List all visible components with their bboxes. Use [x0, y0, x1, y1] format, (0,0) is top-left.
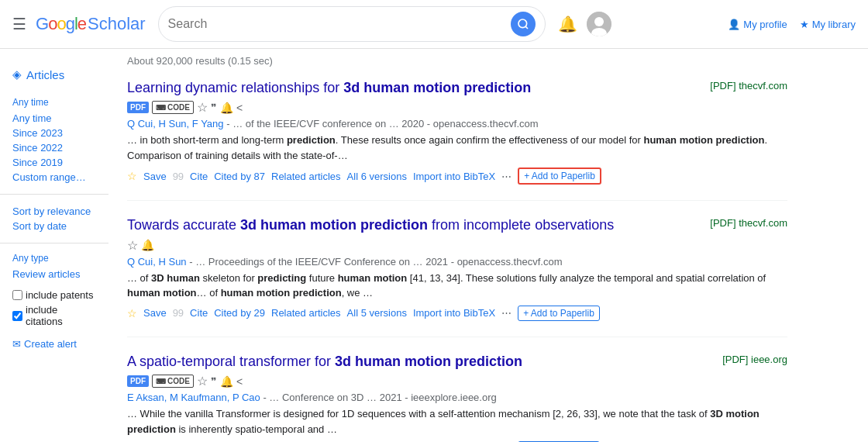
include-citations-checkbox[interactable]: include citations	[12, 302, 96, 329]
result-badges-3: PDF ⌨ CODE ☆ ❞ 🔔 <	[127, 374, 704, 388]
result-badges-2: ☆ 🔔	[127, 238, 691, 253]
author-link[interactable]: P Cao	[232, 392, 260, 403]
time-section-label: Any time	[12, 97, 96, 108]
bibtex-link-2[interactable]: Import into BibTeX	[413, 307, 495, 319]
sidebar-item-anytime[interactable]: Any time	[12, 111, 96, 126]
menu-icon[interactable]: ☰	[12, 15, 26, 33]
sidebar-sort-section: Sort by relevance Sort by date	[0, 204, 108, 233]
save-link-1[interactable]: Save	[143, 171, 167, 182]
paperlib-link-1[interactable]: + Add to Paperlib	[518, 167, 601, 185]
cite-icon-1[interactable]: ❞	[211, 102, 217, 114]
cited-link-2[interactable]: Cited by 29	[214, 307, 265, 319]
svg-point-0	[518, 19, 527, 28]
code-icon: ⌨	[156, 104, 166, 112]
search-button[interactable]	[511, 12, 536, 36]
author-link[interactable]: Q Cui	[127, 256, 153, 268]
author-link[interactable]: M Kaufmann	[170, 392, 227, 403]
save-icon-1[interactable]: ☆	[197, 100, 208, 115]
results-meta: About 920,000 results (0.15 sec)	[127, 55, 787, 67]
articles-label: Articles	[26, 68, 64, 81]
pdf-badge-1: PDF	[127, 102, 149, 113]
result-snippet-2: … of 3D human skeleton for predicting fu…	[127, 271, 787, 301]
star-icon-2[interactable]: ☆	[127, 307, 137, 319]
include-patents-checkbox[interactable]: include patents	[12, 288, 96, 302]
result-item: Towards accurate 3d human motion predict…	[127, 216, 787, 337]
google-scholar-logo[interactable]: Google Scholar	[36, 14, 146, 34]
sidebar-articles[interactable]: ◈ Articles	[0, 61, 108, 88]
pdf-source-link-3[interactable]: [PDF] ieee.org	[722, 354, 787, 365]
result-snippet-1: … in both short-term and long-term predi…	[127, 133, 787, 163]
cite-link-2[interactable]: Cite	[190, 307, 208, 319]
author-link[interactable]: H Sun	[158, 256, 186, 268]
share-icon-1[interactable]: <	[236, 102, 243, 114]
sidebar-time-section: Any time Any time Since 2023 Since 2022 …	[0, 97, 108, 185]
results-count: About 920,000 results (0.15 sec)	[127, 55, 273, 67]
sidebar-type-section: Any type Review articles	[0, 253, 108, 281]
sidebar-item-since2023[interactable]: Since 2023	[12, 126, 96, 140]
sidebar-checkboxes: include patents include citations	[0, 288, 108, 329]
sidebar-sort-date[interactable]: Sort by date	[12, 219, 96, 233]
citations-checkbox-input[interactable]	[12, 311, 22, 321]
result-authors-1: Q Cui, H Sun, F Yang - … of the IEEE/CVF…	[127, 118, 787, 129]
sidebar-review-articles[interactable]: Review articles	[12, 267, 96, 281]
main: ◈ Articles Any time Any time Since 2023 …	[0, 49, 868, 442]
bell-icon-3[interactable]: 🔔	[220, 375, 233, 388]
header: ☰ Google Scholar 3D Human Motion Predict…	[0, 0, 868, 49]
result-badges-1: PDF ⌨ CODE ☆ ❞ 🔔 <	[127, 100, 691, 115]
result-title-2[interactable]: Towards accurate 3d human motion predict…	[127, 216, 691, 234]
my-profile-link[interactable]: 👤 My profile	[728, 19, 787, 30]
author-link[interactable]: H Sun	[158, 118, 186, 129]
bell-icon-2[interactable]: 🔔	[141, 239, 154, 251]
profile-icon: 👤	[728, 19, 740, 30]
library-icon: ★	[800, 19, 809, 30]
sidebar-divider-2	[0, 243, 108, 243]
author-link[interactable]: E Aksan	[127, 392, 164, 403]
header-icons: 🔔	[558, 12, 611, 36]
author-link[interactable]: Q Cui	[127, 118, 153, 129]
save-icon-2[interactable]: ☆	[127, 238, 138, 253]
bell-icon[interactable]: 🔔	[558, 15, 577, 33]
result-title-1[interactable]: Learning dynamic relationships for 3d hu…	[127, 79, 691, 97]
save-icon-3[interactable]: ☆	[197, 374, 208, 388]
author-link[interactable]: F Yang	[192, 118, 224, 129]
sidebar-item-since2019[interactable]: Since 2019	[12, 155, 96, 170]
search-input[interactable]: 3D Human Motion Prediction	[168, 17, 511, 31]
patents-checkbox-input[interactable]	[12, 290, 22, 300]
cite-link-1[interactable]: Cite	[190, 171, 208, 182]
create-alert-link[interactable]: ✉ Create alert	[0, 338, 108, 350]
related-icon-1[interactable]: 🔔	[220, 102, 233, 114]
articles-icon: ◈	[12, 67, 22, 81]
sidebar-item-since2022[interactable]: Since 2022	[12, 140, 96, 155]
paperlib-link-2[interactable]: + Add to Paperlib	[518, 306, 600, 321]
pdf-source-link-2[interactable]: [PDF] thecvf.com	[710, 217, 787, 229]
sidebar-sort-relevance[interactable]: Sort by relevance	[12, 204, 96, 219]
search-box[interactable]: 3D Human Motion Prediction	[158, 6, 546, 42]
related-link-2[interactable]: Related articles	[271, 307, 341, 319]
result-item: Learning dynamic relationships for 3d hu…	[127, 79, 787, 201]
code-badge-3[interactable]: ⌨ CODE	[152, 375, 194, 388]
avatar[interactable]	[587, 12, 611, 36]
sidebar: ◈ Articles Any time Any time Since 2023 …	[0, 49, 108, 442]
versions-link-2[interactable]: All 5 versions	[347, 307, 407, 319]
my-library-link[interactable]: ★ My library	[800, 19, 856, 30]
result-actions-1: ☆ Save 99 Cite Cited by 87 Related artic…	[127, 167, 787, 185]
result-title-3[interactable]: A spatio-temporal transformer for 3d hum…	[127, 353, 704, 371]
type-section-label: Any type	[12, 253, 96, 264]
sidebar-item-custom[interactable]: Custom range…	[12, 170, 96, 185]
mail-icon: ✉	[12, 338, 21, 350]
svg-line-1	[525, 26, 528, 29]
pdf-source-link-1[interactable]: [PDF] thecvf.com	[710, 80, 787, 92]
bibtex-link-1[interactable]: Import into BibTeX	[413, 171, 495, 182]
star-icon-1[interactable]: ☆	[127, 170, 137, 182]
cited-link-1[interactable]: Cited by 87	[214, 171, 265, 182]
cite-icon-3[interactable]: ❞	[211, 375, 217, 388]
related-link-1[interactable]: Related articles	[271, 171, 341, 182]
share-icon-3[interactable]: <	[236, 375, 243, 388]
save-link-2[interactable]: Save	[143, 307, 167, 319]
result-snippet-3: … While the vanilla Transformer is desig…	[127, 406, 787, 437]
versions-link-1[interactable]: All 6 versions	[347, 171, 407, 182]
result-item: A spatio-temporal transformer for 3d hum…	[127, 353, 787, 442]
code-badge-1[interactable]: ⌨ CODE	[152, 101, 194, 114]
code-icon-3: ⌨	[156, 378, 166, 385]
result-authors-2: Q Cui, H Sun - … Proceedings of the IEEE…	[127, 256, 787, 268]
